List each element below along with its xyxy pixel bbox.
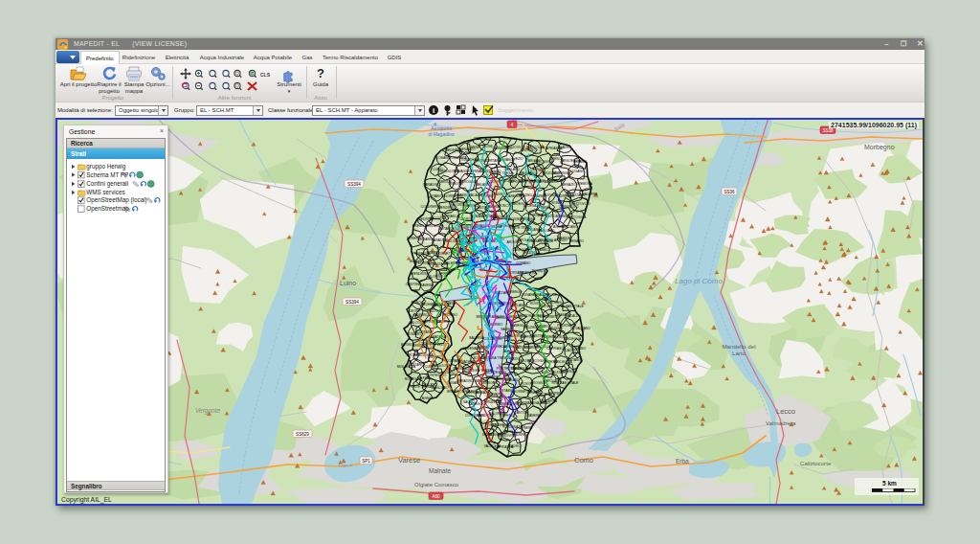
- svg-text:PONTE TRESA: PONTE TRESA: [490, 171, 514, 175]
- svg-text:PARADISO: PARADISO: [423, 183, 440, 187]
- svg-text:Varese: Varese: [398, 456, 420, 465]
- svg-text:BOGNO: BOGNO: [401, 343, 413, 347]
- svg-text:SS629: SS629: [296, 432, 309, 437]
- svg-text:i: i: [433, 106, 434, 115]
- svg-text:Mandello del: Mandello del: [722, 343, 755, 350]
- svg-text:MEZZOVICO: MEZZOVICO: [570, 202, 590, 206]
- svg-text:TREMONA: TREMONA: [576, 182, 593, 186]
- svg-text:AGNO: AGNO: [532, 168, 542, 171]
- svg-text:✈: ✈: [433, 122, 437, 127]
- svg-text:LUGANO: LUGANO: [418, 238, 433, 241]
- svg-text:MORBIO: MORBIO: [549, 392, 563, 396]
- svg-text:Caliziocorte: Caliziocorte: [800, 460, 832, 466]
- svg-text:CANTINE: CANTINE: [406, 283, 421, 286]
- svg-text:CAPRIASCA: CAPRIASCA: [440, 215, 459, 218]
- svg-text:Olgiate Comasco: Olgiate Comasco: [414, 482, 459, 487]
- svg-text:SS394: SS394: [345, 300, 359, 305]
- svg-text:SORENGO: SORENGO: [560, 370, 577, 374]
- svg-text:Como: Como: [574, 456, 593, 465]
- svg-text:SS38: SS38: [822, 128, 834, 133]
- svg-text:SS36: SS36: [724, 190, 735, 194]
- svg-text:VACALLO: VACALLO: [566, 314, 581, 318]
- svg-text:ASTANO: ASTANO: [573, 160, 587, 164]
- svg-text:BENE: BENE: [523, 426, 533, 430]
- svg-text:ASTANO: ASTANO: [411, 363, 424, 367]
- svg-text:COMANO: COMANO: [571, 347, 587, 351]
- svg-text:DIMADERA: DIMADERA: [429, 335, 447, 339]
- svg-text:MORBIO: MORBIO: [490, 323, 503, 327]
- svg-text:NOVAGGIO: NOVAGGIO: [454, 170, 472, 173]
- svg-text:BESAZIO: BESAZIO: [562, 183, 576, 187]
- svg-text:FESCOGGIA: FESCOGGIA: [528, 359, 548, 363]
- svg-text:4: 4: [511, 123, 514, 127]
- svg-text:ASTANO: ASTANO: [568, 358, 581, 362]
- svg-text:TREVANO: TREVANO: [498, 158, 514, 162]
- svg-text:LUGANO: LUGANO: [570, 170, 585, 173]
- svg-text:FESCOGGIA: FESCOGGIA: [567, 215, 587, 219]
- svg-text:Erba: Erba: [676, 458, 689, 465]
- svg-text:BRENO: BRENO: [430, 355, 441, 359]
- svg-text:BESAZIO: BESAZIO: [569, 239, 584, 243]
- svg-text:BENE: BENE: [471, 146, 480, 149]
- svg-text:PONCIO: PONCIO: [499, 204, 512, 208]
- svg-text:ISONE: ISONE: [410, 309, 420, 313]
- svg-text:MAROGGIA: MAROGGIA: [458, 180, 477, 184]
- svg-text:CAFFINO: CAFFINO: [501, 414, 515, 418]
- svg-text:LODENAZZO: LODENAZZO: [504, 425, 524, 429]
- svg-text:MELANO: MELANO: [476, 183, 490, 187]
- svg-text:SP1: SP1: [362, 459, 370, 464]
- svg-text:MUZZANO: MUZZANO: [562, 225, 578, 229]
- svg-text:CANEGGIO: CANEGGIO: [468, 402, 486, 406]
- svg-text:MEDEGLIA: MEDEGLIA: [565, 337, 582, 341]
- svg-text:VALCOLLA: VALCOLLA: [527, 146, 545, 149]
- svg-text:CABBIO: CABBIO: [537, 248, 549, 252]
- svg-text:RAVERA: RAVERA: [420, 283, 434, 287]
- svg-text:RAVERA: RAVERA: [474, 137, 487, 141]
- svg-text:VEZIO: VEZIO: [514, 157, 524, 161]
- svg-text:Morbegno: Morbegno: [864, 144, 895, 151]
- svg-text:BALERNA: BALERNA: [582, 193, 598, 196]
- svg-text:PONCIO: PONCIO: [503, 137, 517, 141]
- svg-text:CADRO: CADRO: [560, 146, 572, 149]
- svg-text:Lago di Como: Lago di Como: [675, 277, 723, 285]
- svg-text:CAFFINO: CAFFINO: [436, 272, 451, 276]
- svg-text:CLS: CLS: [260, 72, 271, 78]
- svg-text:RIVA SAN VITALE: RIVA SAN VITALE: [552, 381, 579, 385]
- svg-text:Lario: Lario: [732, 350, 746, 356]
- svg-text:TREMONA: TREMONA: [518, 314, 535, 318]
- svg-text:Lago di: Lago di: [339, 463, 353, 467]
- svg-text:RAVERA: RAVERA: [527, 414, 541, 418]
- svg-text:DIMADERA: DIMADERA: [457, 360, 476, 364]
- svg-text:SEDRINO: SEDRINO: [512, 433, 527, 437]
- svg-text:SS394: SS394: [347, 182, 361, 187]
- svg-text:COMANO: COMANO: [435, 156, 451, 160]
- svg-text:BOGNO: BOGNO: [532, 269, 545, 273]
- svg-text:SESSA: SESSA: [418, 376, 430, 380]
- svg-text:MERIDE: MERIDE: [495, 316, 508, 320]
- svg-text:CAPRIASCA: CAPRIASCA: [546, 347, 566, 351]
- svg-text:Lecco: Lecco: [776, 407, 795, 416]
- svg-text:MELANO: MELANO: [506, 378, 521, 382]
- svg-text:NOVAZZANO: NOVAZZANO: [570, 327, 590, 330]
- svg-text:BRENO: BRENO: [412, 224, 424, 228]
- svg-text:Valmadrera: Valmadrera: [766, 419, 796, 426]
- svg-text:A60: A60: [432, 494, 440, 499]
- svg-text:Luino: Luino: [340, 280, 356, 286]
- svg-text:CASLANO: CASLANO: [511, 367, 527, 371]
- svg-text:RIVA SAN VITALE: RIVA SAN VITALE: [557, 305, 584, 308]
- svg-text:BISSONE: BISSONE: [482, 381, 498, 385]
- svg-text:Vergonte: Vergonte: [195, 407, 221, 415]
- svg-text:MAGLIASO: MAGLIASO: [538, 229, 555, 233]
- svg-text:CADRO: CADRO: [459, 217, 472, 221]
- svg-text:SORENGO: SORENGO: [553, 171, 570, 175]
- svg-text:TREVANO: TREVANO: [529, 214, 546, 217]
- svg-text:Malnate: Malnate: [429, 467, 452, 474]
- svg-text:BRENO: BRENO: [550, 157, 562, 161]
- svg-text:CHIASSO: CHIASSO: [454, 193, 469, 197]
- svg-text:CADRO: CADRO: [509, 444, 522, 448]
- svg-text:BALERNA: BALERNA: [542, 399, 558, 403]
- svg-text:AGNO: AGNO: [422, 397, 432, 400]
- svg-text:di Magadino: di Magadino: [428, 131, 454, 137]
